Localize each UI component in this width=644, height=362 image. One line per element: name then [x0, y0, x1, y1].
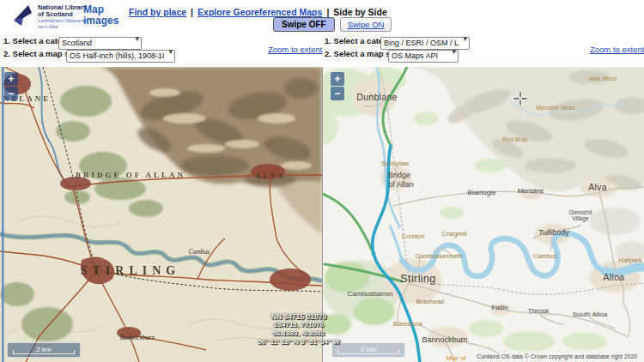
right-zoom-out-button[interactable]: −	[331, 87, 344, 100]
nls-side-by-side-viewer: National Library of Scotland Leabharlann…	[0, 0, 644, 362]
left-series-select-wrap: OS Half-inch (hills), 1908-18	[66, 46, 175, 59]
right-series-select-wrap: OS Maps API	[388, 46, 459, 59]
nls-logo[interactable]: National Library of Scotland Leabharlann…	[12, 3, 87, 29]
coord-easting-northing: 284715, 701076	[258, 321, 339, 329]
left-zoom-control: + −	[4, 72, 18, 100]
modern-map-art	[323, 67, 644, 362]
map-panes: DUNBLANEBRIDGE OF ALLANALVASTIRLINGCambu…	[0, 67, 644, 362]
coord-dms: 56° 11' 18" N 3° 51' 34" W	[258, 338, 339, 347]
nav-explore-georeferenced[interactable]: Explore Georeferenced Maps	[197, 7, 322, 17]
right-scale-bar: 2 km	[331, 342, 405, 358]
left-scale-tick	[13, 350, 75, 354]
nls-logo-icon	[12, 3, 34, 28]
swipe-on-button[interactable]: Swipe ON	[340, 17, 392, 32]
left-category-select-wrap: Scotland	[58, 33, 142, 46]
nav-separator: |	[326, 7, 329, 17]
header: National Library of Scotland Leabharlann…	[0, 0, 644, 33]
left-scale-bar: 2 km	[7, 342, 81, 358]
right-zoom-to-extent-link[interactable]: Zoom to extent	[590, 45, 644, 54]
right-scale-tick	[337, 350, 399, 354]
page-title: Map images	[83, 4, 128, 27]
main-nav: Find by place|Explore Georeferenced Maps…	[129, 7, 387, 17]
logo-title-2: of Scotland	[38, 11, 87, 18]
right-zoom-in-button[interactable]: +	[331, 72, 344, 86]
coord-lat-lon: 56.1883, -3.8592	[258, 329, 339, 338]
crosshair-cursor-icon	[513, 92, 527, 106]
nav-find-by-place[interactable]: Find by place	[129, 7, 186, 17]
swipe-off-button[interactable]: Swipe OFF	[273, 17, 335, 32]
right-series-select[interactable]: OS Maps API	[388, 50, 459, 63]
left-zoom-in-button[interactable]: +	[4, 72, 18, 86]
left-zoom-out-button[interactable]: −	[4, 87, 18, 100]
left-zoom-to-extent-link[interactable]: Zoom to extent	[268, 45, 322, 54]
coord-grid-ref: NN 84715 01070	[258, 312, 339, 321]
logo-gaelic-1: Leabharlann Nàiseanta	[38, 18, 87, 24]
nav-side-by-side: Side by Side	[333, 7, 386, 17]
layer-controls: 1. Select a category: Scotland 2. Select…	[0, 33, 644, 67]
mouse-position-readout: NN 84715 01070 284715, 701076 56.1883, -…	[258, 312, 339, 347]
map-attribution: Contains OS data © Crown copyright and d…	[477, 353, 637, 359]
modern-map[interactable]: DunblaneAlva MossMenstrie MossRed BraeSu…	[322, 67, 644, 362]
nls-logo-text: National Library of Scotland Leabharlann…	[38, 3, 87, 29]
swipe-toggle-group: Swipe OFF Swipe ON	[273, 17, 392, 32]
left-series-select[interactable]: OS Half-inch (hills), 1908-18	[66, 50, 175, 63]
nav-separator: |	[191, 7, 193, 17]
right-category-select-wrap: Bing / ESRI / OSM / LiDAR	[380, 33, 470, 46]
logo-gaelic-2: na h-Alba	[38, 24, 87, 30]
right-zoom-control: + −	[331, 72, 344, 100]
